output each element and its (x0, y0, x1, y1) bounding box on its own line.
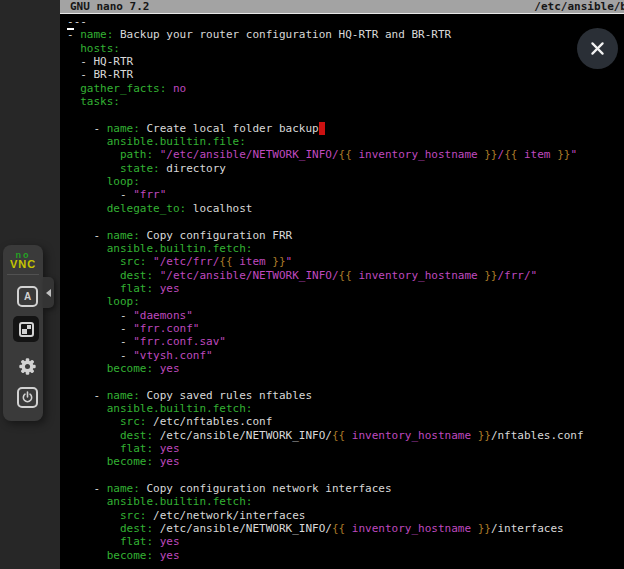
code-line: dest: "/etc/ansible/NETWORK_INFO/{{ inve… (67, 269, 624, 282)
collapse-arrow-icon (46, 289, 51, 297)
code-line (67, 375, 624, 388)
novnc-control-bar: no VNC A (3, 245, 43, 421)
close-button[interactable] (577, 28, 618, 69)
nano-file-path: /etc/ansible/b (534, 0, 624, 13)
code-line: ansible.builtin.fetch: (67, 242, 624, 255)
code-line: become: yes (67, 362, 624, 375)
code-line (67, 215, 624, 228)
novnc-logo: no VNC (3, 252, 43, 269)
power-button[interactable] (17, 387, 38, 408)
code-line: - name: Copy configuration FRR (67, 229, 624, 242)
control-bar-handle[interactable] (43, 277, 54, 308)
gear-icon (17, 356, 38, 377)
code-line: ansible.builtin.fetch: (67, 495, 624, 508)
code-line: become: yes (67, 455, 624, 468)
code-line: become: yes (67, 549, 624, 562)
nano-edit-buffer[interactable]: ---- name: Backup your router configurat… (60, 14, 624, 562)
code-line: loop: (67, 175, 624, 188)
code-line: hosts: (67, 42, 624, 55)
code-line: dest: /etc/ansible/NETWORK_INFO/{{ inven… (67, 429, 624, 442)
nano-version-title: GNU nano 7.2 (70, 0, 149, 13)
code-line: - HQ-RTR (67, 55, 624, 68)
code-line: ansible.builtin.file: (67, 135, 624, 148)
control-bar-divider (7, 274, 39, 275)
close-icon (589, 40, 606, 57)
keyboard-button[interactable]: A (17, 286, 38, 307)
fullscreen-icon (19, 322, 34, 337)
code-line: - name: Copy configuration network inter… (67, 482, 624, 495)
code-line: state: directory (67, 162, 624, 175)
code-line: src: "/etc/frr/{{ item }}" (67, 255, 624, 268)
code-line (67, 108, 624, 121)
code-line: - "vtysh.conf" (67, 349, 624, 362)
code-line (67, 469, 624, 482)
code-line: path: "/etc/ansible/NETWORK_INFO/{{ inve… (67, 148, 624, 161)
code-line: ansible.builtin.fetch: (67, 402, 624, 415)
code-line: tasks: (67, 95, 624, 108)
fullscreen-button[interactable] (13, 316, 39, 342)
code-line: - "daemons" (67, 309, 624, 322)
vnc-screen-terminal[interactable]: GNU nano 7.2 /etc/ansible/b ---- name: B… (60, 0, 624, 569)
nano-titlebar: GNU nano 7.2 /etc/ansible/b (60, 0, 624, 14)
code-line: - "frr.conf.sav" (67, 335, 624, 348)
settings-button[interactable] (16, 355, 39, 378)
code-line: flat: yes (67, 535, 624, 548)
novnc-logo-bottom: VNC (3, 259, 43, 269)
code-line: flat: yes (67, 442, 624, 455)
code-line: src: /etc/network/interfaces (67, 509, 624, 522)
code-line: - "frr" (67, 188, 624, 201)
code-line: - name: Backup your router configuration… (67, 28, 624, 41)
code-line: - name: Copy saved rules nftables (67, 389, 624, 402)
code-line: --- (67, 15, 624, 28)
code-line: - name: Create local folder backup (67, 122, 624, 135)
keyboard-key-icon: A (24, 291, 31, 302)
code-line: - "frr.conf" (67, 322, 624, 335)
code-line: gather_facts: no (67, 82, 624, 95)
code-line: src: /etc/nftables.conf (67, 415, 624, 428)
code-line: flat: yes (67, 282, 624, 295)
code-line: dest: /etc/ansible/NETWORK_INFO/{{ inven… (67, 522, 624, 535)
code-line: delegate_to: localhost (67, 202, 624, 215)
power-icon (21, 391, 34, 404)
code-line: loop: (67, 295, 624, 308)
code-line: - BR-RTR (67, 68, 624, 81)
